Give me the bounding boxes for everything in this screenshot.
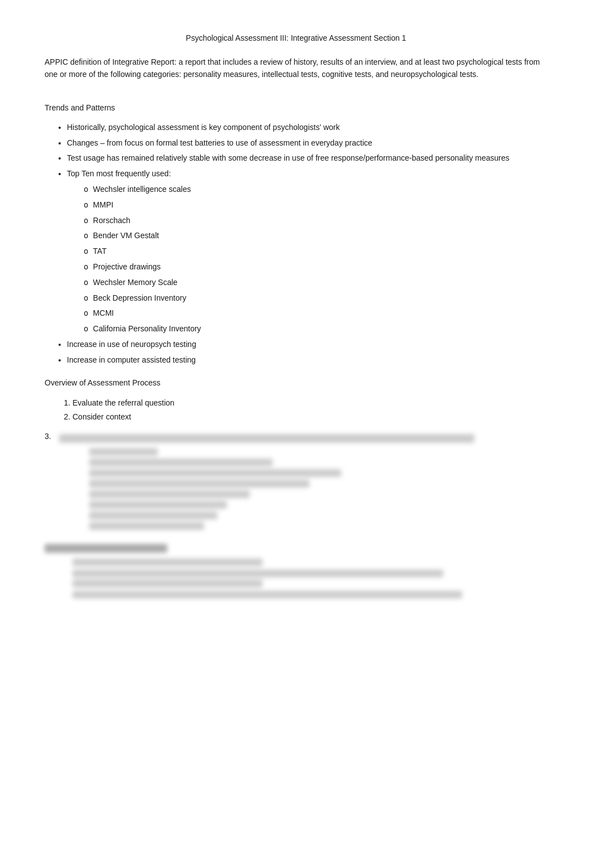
sub-list-item: Beck Depression Inventory	[84, 292, 547, 305]
list-item: Historically, psychological assessment i…	[67, 121, 547, 134]
sub-list-item: Projective drawings	[84, 261, 547, 274]
sub-list-item: TAT	[84, 245, 547, 258]
page-container: Psychological Assessment III: Integrativ…	[45, 33, 547, 601]
numbered-list: Evaluate the referral question Consider …	[45, 396, 547, 424]
sub-list-item: Wechsler intelligence scales	[84, 183, 547, 196]
sub-list-item: Bender VM Gestalt	[84, 229, 547, 243]
overview-section: Overview of Assessment Process Evaluate …	[45, 378, 547, 601]
list-item: Changes – from focus on formal test batt…	[67, 137, 547, 150]
sub-list-item: California Personality Inventory	[84, 322, 547, 336]
page-title: Psychological Assessment III: Integrativ…	[45, 33, 547, 42]
list-item: Increase in computer assisted testing	[67, 354, 547, 367]
numbered-item-3: 3.	[45, 430, 547, 447]
sub-list-item: Wechsler Memory Scale	[84, 276, 547, 290]
blurred-item-3-content	[59, 433, 547, 447]
sub-list-item: MMPI	[84, 199, 547, 212]
blurred-sub-items	[45, 448, 547, 533]
main-bullet-list: Historically, psychological assessment i…	[45, 121, 547, 367]
numbered-item-1: Evaluate the referral question	[72, 396, 547, 410]
sub-list-item: Rorschach	[84, 214, 547, 228]
list-item: Increase in use of neuropsych testing	[67, 338, 547, 351]
list-item: Top Ten most frequently used: Wechsler i…	[67, 167, 547, 336]
list-item: Test usage has remained relatively stabl…	[67, 152, 547, 165]
intro-paragraph: APPIC definition of Integrative Report: …	[45, 56, 547, 81]
blurred-final-section	[45, 544, 547, 601]
numbered-item-2: Consider context	[72, 410, 547, 424]
overview-heading: Overview of Assessment Process	[45, 378, 547, 387]
sub-list-item: MCMI	[84, 307, 547, 320]
trends-heading: Trends and Patterns	[45, 103, 547, 112]
top-ten-list: Wechsler intelligence scales MMPI Rorsch…	[67, 183, 547, 336]
